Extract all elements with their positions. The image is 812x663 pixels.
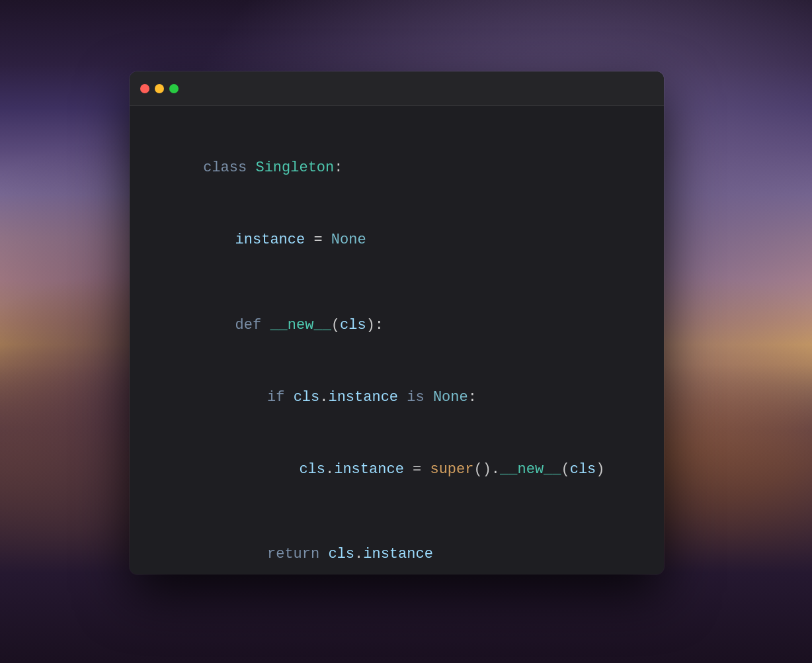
keyword-return: return <box>267 546 328 562</box>
spacer-1 <box>151 277 643 290</box>
keyword-if: if <box>267 389 294 406</box>
minimize-button[interactable] <box>155 84 164 93</box>
fn-new: __new__ <box>270 317 331 333</box>
code-line-3: def __new__(cls): <box>183 290 643 362</box>
dot2: . <box>325 461 334 478</box>
attr-instance-3: instance <box>363 546 433 562</box>
super-parens: (). <box>473 461 500 478</box>
dot3: . <box>354 546 363 562</box>
titlebar <box>130 71 664 106</box>
var-cls-4: cls <box>328 546 354 562</box>
paren-close: ): <box>366 317 384 333</box>
colon2: : <box>468 389 477 406</box>
var-instance: instance <box>235 232 305 248</box>
code-line-6: return cls.instance <box>215 519 643 574</box>
attr-instance-2: instance <box>334 461 404 478</box>
keyword-def: def <box>235 317 270 333</box>
attr-instance-1: instance <box>328 389 398 406</box>
paren-open: ( <box>331 317 340 333</box>
code-line-4: if cls.instance is None: <box>215 361 643 433</box>
keyword-none-2: None <box>433 389 468 406</box>
code-line-5: cls.instance = super().__new__(cls) <box>247 433 643 506</box>
fn-new-2: __new__ <box>500 461 561 478</box>
code-window: class Singleton: instance = None def __n… <box>130 71 664 574</box>
new-paren-open: ( <box>561 461 570 478</box>
var-cls: cls <box>294 389 320 406</box>
code-line-2: instance = None <box>183 204 643 277</box>
dot1: . <box>319 389 328 406</box>
close-button[interactable] <box>140 84 149 93</box>
var-cls-2: cls <box>299 461 325 478</box>
code-editor: class Singleton: instance = None def __n… <box>130 106 664 574</box>
keyword-none: None <box>331 232 366 248</box>
keyword-super: super <box>430 461 473 478</box>
maximize-button[interactable] <box>169 84 179 93</box>
keyword-class: class <box>203 159 255 176</box>
class-name-singleton: Singleton <box>255 159 334 176</box>
traffic-lights <box>140 84 179 93</box>
var-cls-3: cls <box>570 461 596 478</box>
new-paren-close: ) <box>596 461 604 478</box>
param-cls: cls <box>340 317 366 333</box>
code-line-1: class Singleton: <box>151 132 643 204</box>
assign: = <box>404 461 430 478</box>
keyword-is: is <box>398 389 433 406</box>
spacer-2 <box>151 506 643 519</box>
colon: : <box>334 159 343 176</box>
equals: = <box>305 232 331 248</box>
